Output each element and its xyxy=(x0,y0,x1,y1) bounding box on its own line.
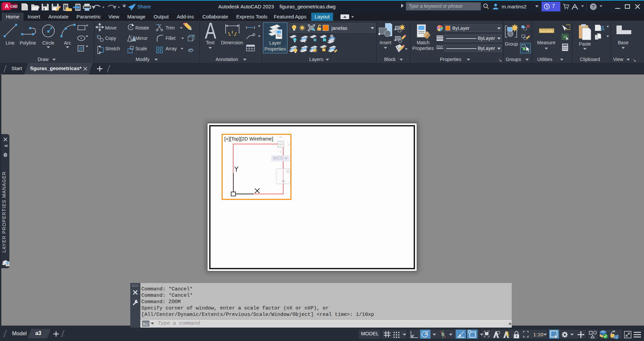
svg-text:A: A xyxy=(5,3,9,9)
svg-text:?: ? xyxy=(592,4,595,9)
svg-text:N: N xyxy=(280,136,281,138)
svg-text:E: E xyxy=(288,143,290,146)
svg-text:CAD: CAD xyxy=(10,5,17,8)
svg-text:S: S xyxy=(280,151,282,153)
svg-text:1:10: 1:10 xyxy=(533,332,544,337)
svg-text:W: W xyxy=(272,143,274,146)
svg-text:TOP: TOP xyxy=(279,144,283,146)
